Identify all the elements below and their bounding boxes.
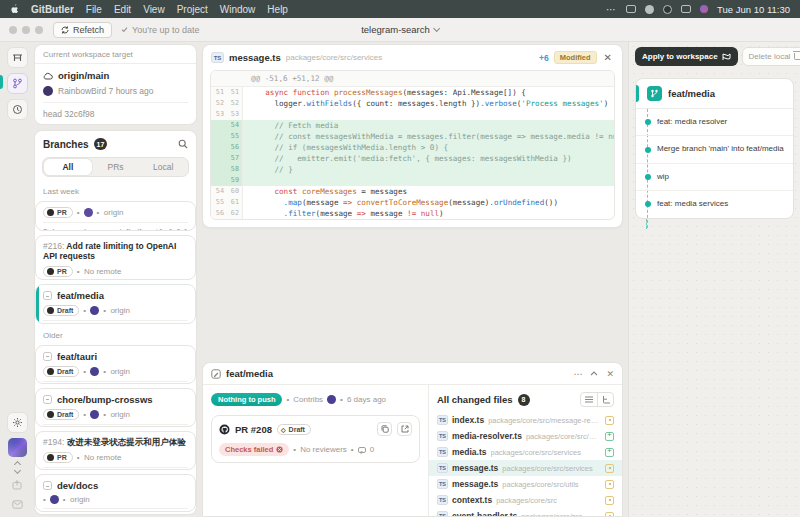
stack-branch-card: feat/media feat: media resolverMerge bra… xyxy=(635,78,794,219)
branch-checkbox-icon[interactable] xyxy=(43,291,52,300)
diff-line[interactable]: 5151 async function processMessages(mess… xyxy=(211,87,614,98)
panel-more-icon[interactable]: ⋯ xyxy=(573,369,582,379)
commit-row[interactable]: wip xyxy=(636,164,793,191)
pr-card[interactable]: PR #208 ◇Draft Check xyxy=(211,415,420,463)
branch-item[interactable]: feat/tauriDraft•• origin10 days ago by R… xyxy=(35,345,196,384)
active-rail-indicator xyxy=(0,75,3,89)
menubar-controlcenter-icon[interactable] xyxy=(645,5,654,14)
diff-line[interactable]: 59 xyxy=(211,175,614,186)
branch-checkbox-icon[interactable] xyxy=(43,481,52,490)
file-name: media-resolver.ts xyxy=(452,431,522,441)
tab-local[interactable]: Local xyxy=(139,159,187,175)
list-view-icon[interactable] xyxy=(581,393,597,406)
diff-body[interactable]: @@ -51,6 +51,12 @@5151 async function pr… xyxy=(210,70,615,220)
tab-all[interactable]: All xyxy=(44,159,92,175)
commit-dot-icon xyxy=(645,147,651,153)
panel-close-icon[interactable]: ✕ xyxy=(606,369,614,379)
diff-line[interactable]: 5353 xyxy=(211,109,614,120)
branch-item[interactable]: PR•• origin3 days ago by renovate[bot]+1… xyxy=(35,201,196,231)
changed-files-title: All changed files xyxy=(437,394,513,405)
changed-file-row[interactable]: TSevent-handler.tspackages/core/src xyxy=(429,508,622,516)
menubar-app-icon[interactable] xyxy=(700,5,708,13)
collapse-chevron-icon[interactable] xyxy=(590,371,598,376)
delete-local-button[interactable]: Delete local xyxy=(742,47,800,66)
mail-icon[interactable] xyxy=(7,497,28,511)
menubar-more-icon[interactable]: ⋯ xyxy=(606,4,617,15)
avatar xyxy=(90,410,99,419)
workspace-head-sha: head 32c6f98 xyxy=(43,103,188,119)
open-external-icon[interactable] xyxy=(397,422,412,436)
branch-item[interactable]: feat/mediaDraft•• origin6 days ago by Ra… xyxy=(35,284,196,323)
menu-item-window[interactable]: Window xyxy=(220,4,256,15)
diff-line[interactable]: 55 // const messagesWithMedia = messages… xyxy=(211,131,614,142)
diff-line[interactable]: 5662 .filter(message => message != null) xyxy=(211,208,614,219)
copy-icon[interactable] xyxy=(377,422,392,436)
diff-line[interactable]: 58 // } xyxy=(211,164,614,175)
failed-x-icon xyxy=(276,446,283,453)
commit-row[interactable]: feat: media services xyxy=(636,191,793,217)
diff-line[interactable]: 54 // Fetch media xyxy=(211,120,614,131)
no-remote-label: • No remote xyxy=(77,453,122,462)
close-diff-icon[interactable]: ✕ xyxy=(602,52,614,63)
branch-item[interactable]: dev/docs•• origina mo ago by RainbowBird… xyxy=(35,474,196,512)
branch-checkbox-icon[interactable] xyxy=(43,352,52,361)
apple-logo-icon[interactable] xyxy=(10,4,19,14)
line-number-old xyxy=(211,120,227,131)
history-icon[interactable] xyxy=(7,99,28,120)
menubar-shield-icon[interactable] xyxy=(663,5,672,14)
branch-item[interactable]: #216: Add rate limiting to OpenAI API re… xyxy=(35,235,196,281)
branch-item[interactable]: chore/bump-crosswsDraft•• origin10 days … xyxy=(35,388,196,427)
diff-line[interactable]: 5561 .map(message => convertToCoreMessag… xyxy=(211,197,614,208)
menubar-display-icon[interactable] xyxy=(626,5,636,13)
project-avatar[interactable] xyxy=(8,438,27,457)
commit-row[interactable]: feat: media resolver xyxy=(636,109,793,136)
apply-to-workspace-button[interactable]: Apply to workspace xyxy=(635,47,738,66)
line-number-old: 52 xyxy=(211,98,227,109)
menu-item-help[interactable]: Help xyxy=(267,4,288,15)
settings-gear-icon[interactable] xyxy=(7,412,28,433)
changed-file-row[interactable]: TSmessage.tspackages/core/src/services xyxy=(429,460,622,476)
diff-line[interactable]: 57 // emitter.emit('media:fetch', { mess… xyxy=(211,153,614,164)
commit-row[interactable]: Merge branch 'main' into feat/media xyxy=(636,136,793,163)
tab-prs[interactable]: PRs xyxy=(92,159,140,175)
edit-pencil-icon[interactable] xyxy=(211,369,221,379)
pr-number: PR #208 xyxy=(235,424,272,435)
changed-file-row[interactable]: TSmessage.tspackages/core/src/utils xyxy=(429,476,622,492)
changed-file-row[interactable]: TSmedia.tspackages/core/src/services xyxy=(429,444,622,460)
menubar-stats-icon[interactable] xyxy=(681,5,691,13)
menubar-clock[interactable]: Tue Jun 10 11:30 xyxy=(717,4,790,15)
avatar xyxy=(43,86,53,96)
diff-line[interactable]: 5460 const coreMessages = messages xyxy=(211,186,614,197)
main-area: TS message.ts packages/core/src/services… xyxy=(200,42,628,517)
tree-view-icon[interactable] xyxy=(597,393,613,406)
changed-file-row[interactable]: TScontext.tspackages/core/src xyxy=(429,492,622,508)
origin-label: • origin xyxy=(103,410,130,419)
file-name: message.ts xyxy=(452,463,498,473)
menu-item-file[interactable]: File xyxy=(86,4,102,15)
diff-line[interactable]: 56 // if (messagesWithMedia.length > 0) … xyxy=(211,142,614,153)
branch-checkbox-icon[interactable] xyxy=(43,395,52,404)
workspace-target-branch[interactable]: origin/main xyxy=(43,70,188,81)
menu-item-view[interactable]: View xyxy=(143,4,165,15)
menu-item-edit[interactable]: Edit xyxy=(114,4,131,15)
project-selector[interactable]: telegram-search xyxy=(361,24,439,35)
branches-icon[interactable] xyxy=(7,73,28,94)
share-icon[interactable] xyxy=(7,478,28,492)
traffic-lights[interactable] xyxy=(9,26,43,34)
stack-branch-name[interactable]: feat/media xyxy=(668,88,715,99)
menu-item-gitbutler[interactable]: GitButler xyxy=(31,4,74,15)
code-content xyxy=(243,109,614,120)
project-switcher-icon[interactable] xyxy=(15,462,20,473)
file-path: packages/core/src/message-resolvers xyxy=(526,432,601,441)
menu-item-project[interactable]: Project xyxy=(177,4,208,15)
workspace-icon[interactable] xyxy=(7,47,28,68)
file-status-modified-icon xyxy=(605,464,614,473)
diff-line[interactable]: 5252 logger.withFields({ count: messages… xyxy=(211,98,614,109)
refetch-button[interactable]: Refetch xyxy=(53,22,112,38)
commit-dot-icon xyxy=(645,174,651,180)
changed-file-row[interactable]: TSmedia-resolver.tspackages/core/src/mes… xyxy=(429,428,622,444)
branch-item[interactable]: #194: 改进未登录状态提示和用户体验PR• No remote14 days… xyxy=(35,431,196,470)
typescript-file-icon: TS xyxy=(437,511,448,516)
changed-file-row[interactable]: TSindex.tspackages/core/src/message-reso… xyxy=(429,412,622,428)
search-icon[interactable] xyxy=(178,139,188,149)
